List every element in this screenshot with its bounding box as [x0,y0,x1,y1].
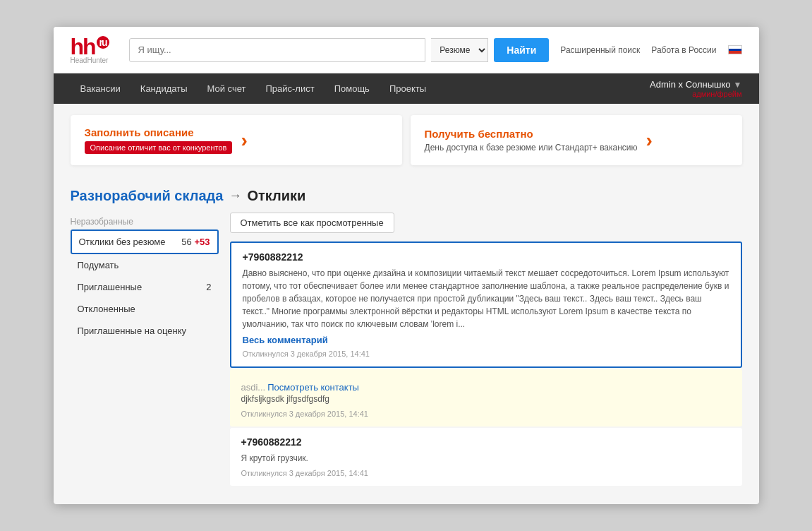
promo-card-1[interactable]: Заполнить описание Описание отличит вас … [71,115,402,165]
promo-2-arrow: › [646,129,653,152]
extended-search-link[interactable]: Расширенный поиск [560,45,640,55]
nav-item-vacancies[interactable]: Вакансии [71,75,131,102]
promo-1-content: Заполнить описание Описание отличит вас … [85,126,233,154]
nav-user-area: Admin х Солнышко ▼ админ/фрейм [650,73,741,104]
nav-user-sub: админ/фрейм [692,90,741,98]
sidebar-item-declined[interactable]: Отклоненные [71,298,219,320]
promo-1-title: Заполнить описание [85,126,233,138]
response-phone-1: +7960882212 [243,251,729,263]
response-phone-3: +7960882212 [241,436,731,448]
response-card-3[interactable]: +7960882212 Я крутой грузчик. Откликнулс… [230,428,742,486]
nav-username: Admin х Солнышко ▼ [650,79,741,90]
vacancy-link[interactable]: Разнорабочий склада [71,188,224,204]
sidebar-item-invited-count: 2 [206,282,211,292]
work-russia-link[interactable]: Работа в России [651,45,716,55]
response-link-1[interactable]: Весь комментарий [243,335,328,345]
nav-item-price[interactable]: Прайс-лист [255,75,324,102]
sidebar-item-invited-evaluation-label: Приглашенные на оценку [78,326,187,336]
nav-dropdown-icon[interactable]: ▼ [734,80,742,90]
sidebar-item-invited[interactable]: Приглашенные 2 [71,276,219,298]
nav-item-my-account[interactable]: Мой счет [197,75,255,102]
response-meta-1: Откликнулся 3 декабря 2015, 14:41 [243,350,729,358]
section-name: Отклики [247,188,305,204]
response-card-2[interactable]: asdi... Посмотреть контакты djkfsljkgsdk… [230,369,742,426]
sidebar-count: 56 [181,237,191,247]
response-card-2-name: asdi... Посмотреть контакты [241,382,731,393]
logo-sub: HeadHunter [71,56,109,64]
search-bar: Резюме Найти [129,38,550,62]
response-extra-2: djkfsljkgsdk jlfgsdfgsdfg [241,393,731,405]
nav-item-help[interactable]: Помощь [325,75,380,102]
response-card-1[interactable]: +7960882212 Давно выяснено, что при оцен… [230,241,742,368]
nav-bar: Вакансии Кандидаты Мой счет Прайс-лист П… [54,73,759,104]
sidebar-item-no-resume[interactable]: Отклики без резюме 56 +53 [71,229,219,254]
response-text-3: Я крутой грузчик. [241,452,731,465]
sidebar-item-no-resume-label: Отклики без резюме [79,237,166,247]
promo-1-arrow: › [241,129,247,152]
sidebar-new-count: +53 [194,237,210,247]
sidebar: Неразобранные Отклики без резюме 56 +53 … [71,213,219,487]
sidebar-item-invited-evaluation[interactable]: Приглашенные на оценку [71,320,219,342]
header: hhru HeadHunter Резюме Найти Расширенный… [54,27,759,73]
sidebar-item-think[interactable]: Подумать [71,254,219,276]
logo: hhru HeadHunter [71,35,109,64]
sidebar-item-no-resume-counts: 56 +53 [181,237,210,247]
promo-2-title: Получить бесплатно [425,128,638,140]
response-date-2: Откликнулся 3 декабря 2015, 14:41 [241,410,731,418]
flag-icon [728,45,742,54]
promo-2-subtitle: День доступа к базе резюме или Стандарт+… [425,143,638,153]
response-text-1: Давно выяснено, что при оценке дизайна и… [243,267,729,330]
mark-all-button[interactable]: Отметить все как просмотренные [230,213,394,233]
nav-item-projects[interactable]: Проекты [380,75,436,102]
promo-card-2[interactable]: Получить бесплатно День доступа к базе р… [411,115,742,165]
sidebar-item-declined-label: Отклоненные [78,304,135,314]
header-links: Расширенный поиск Работа в России [560,45,741,55]
logo-hh: hhru [71,35,109,58]
sidebar-category: Неразобранные [71,213,219,229]
content-area: Разнорабочий склада → Отклики Неразобран… [54,177,759,504]
promo-1-btn[interactable]: Описание отличит вас от конкурентов [85,141,233,154]
sidebar-item-think-label: Подумать [78,260,119,270]
main-layout: Неразобранные Отклики без резюме 56 +53 … [71,213,742,487]
response-meta-3: Откликнулся 3 декабря 2015, 14:41 [241,469,731,477]
breadcrumb-arrow: → [229,189,241,203]
search-type-select[interactable]: Резюме [431,38,488,62]
promo-area: Заполнить описание Описание отличит вас … [54,104,759,177]
page-title: Разнорабочий склада → Отклики [71,177,742,213]
response-contact-link-2[interactable]: Посмотреть контакты [267,382,359,393]
search-input[interactable] [129,38,426,62]
response-name-2: asdi... [241,382,266,393]
sidebar-item-invited-label: Приглашенные [78,282,143,292]
promo-2-content: Получить бесплатно День доступа к базе р… [425,128,638,153]
right-panel: Отметить все как просмотренные +79608822… [230,213,742,487]
search-button[interactable]: Найти [494,38,549,62]
logo-ru: ru [97,36,109,49]
nav-item-candidates[interactable]: Кандидаты [131,75,198,102]
